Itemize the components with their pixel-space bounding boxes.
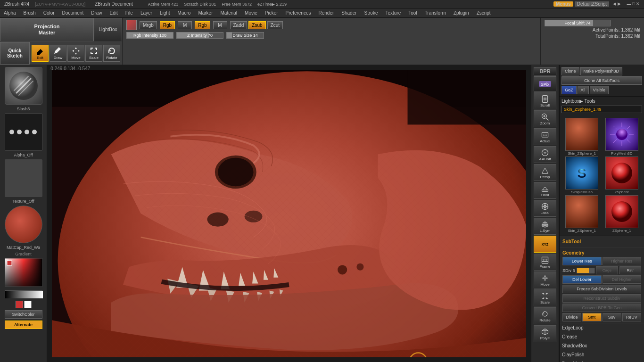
menu-material[interactable]: Material <box>219 10 239 16</box>
switch-color-button[interactable]: SwitchColor <box>5 310 42 319</box>
sdiv-slider[interactable] <box>577 268 595 273</box>
divide-button[interactable]: Divide <box>562 313 581 321</box>
default-zscript-button[interactable]: DefaultZScript <box>575 1 609 7</box>
brush-preview[interactable] <box>5 67 42 105</box>
lsym-button[interactable]: L.Sym <box>534 218 556 235</box>
aahalf-button[interactable]: AAHalf <box>534 146 556 163</box>
viewport-canvas[interactable] <box>52 70 526 357</box>
shadowbox-item[interactable]: ShadowBox <box>560 341 644 350</box>
menu-layer[interactable]: Layer <box>139 10 154 16</box>
draw-button[interactable]: Draw <box>50 45 66 62</box>
lightbox-section-title[interactable]: Lightbox▶ Tools <box>561 99 642 104</box>
lower-res-button[interactable]: Lower Res <box>562 257 602 265</box>
mesh-item-skin-zsphere[interactable]: Skin_ZSphere_1 <box>562 118 602 156</box>
actual-button[interactable]: 1:1 Actual <box>534 128 556 145</box>
menu-stroke[interactable]: Stroke <box>363 10 380 16</box>
menu-picker[interactable]: Picker <box>263 10 280 16</box>
reconstruct-subdiv-button[interactable]: Reconstruct Subdiv <box>562 294 641 303</box>
rgb-intensity-slider[interactable]: Rgb Intensity 100 <box>126 32 173 39</box>
visible-button[interactable]: Visible <box>590 86 609 94</box>
crease-item[interactable]: Crease <box>560 332 644 341</box>
move-button[interactable]: Move <box>67 45 84 62</box>
menu-zplugin[interactable]: Zplugin <box>452 10 471 16</box>
smt-button[interactable]: Smt <box>582 313 601 321</box>
texture-preview[interactable] <box>5 159 42 197</box>
menu-texture[interactable]: Texture <box>383 10 403 16</box>
del-lower-button[interactable]: Del Lower <box>562 275 602 284</box>
clone-all-subtools-button[interactable]: Clone All SubTools <box>561 76 642 85</box>
background-color[interactable] <box>24 301 32 308</box>
foreground-color[interactable] <box>16 301 23 308</box>
menu-draw[interactable]: Draw <box>89 10 104 16</box>
floor-button[interactable]: Floor <box>534 182 556 199</box>
local-button[interactable]: Local <box>534 200 556 217</box>
rgb-button[interactable]: Rgb <box>160 21 175 29</box>
mesh-item-zsphere1[interactable]: ZSphere_1 <box>603 195 642 233</box>
del-higher-button[interactable]: Del Higher <box>603 275 642 284</box>
m-button[interactable]: M <box>178 21 192 29</box>
convert-bpr-button[interactable]: Convert BPR To Geo <box>562 304 641 312</box>
scroll-button[interactable]: Scroll <box>534 92 556 109</box>
menu-document[interactable]: Document <box>60 10 86 16</box>
alpha-preview[interactable] <box>5 113 42 151</box>
gradient-bar[interactable] <box>5 290 42 298</box>
zsub-button[interactable]: Zsub <box>248 21 265 29</box>
projection-master-button[interactable]: Projection Master <box>0 18 94 41</box>
color-picker-box[interactable] <box>126 20 137 30</box>
zadd-button[interactable]: Zadd <box>230 21 248 29</box>
m-mode-button[interactable]: M <box>213 21 227 29</box>
polyf-button[interactable]: PolyF <box>534 325 556 342</box>
dynamesh-item[interactable]: DynaMesh <box>560 359 644 362</box>
mesh-item-skin-zsphere2[interactable]: Skin_ZSphere_1 <box>562 195 602 233</box>
edit-button[interactable]: Edit <box>32 45 49 62</box>
goz-button[interactable]: GoZ <box>561 86 577 94</box>
menu-alpha[interactable]: Alpha <box>2 10 18 16</box>
rstr-button[interactable]: Rstr <box>619 266 642 274</box>
suv-button[interactable]: Suv <box>603 313 621 321</box>
mrgb-button[interactable]: Mrgb <box>140 21 157 29</box>
higher-res-button[interactable]: Higher Res <box>603 257 642 265</box>
window-controls[interactable]: ▬ □ ✕ <box>625 1 642 7</box>
freeze-subdiv-button[interactable]: Freeze SubDivision Levels <box>562 285 641 293</box>
lightbox-button[interactable]: LightBox <box>94 18 122 41</box>
menu-brush[interactable]: Brush <box>22 10 38 16</box>
spix-button[interactable]: SPix <box>534 76 556 91</box>
draw-size-slider[interactable]: Draw Size 14 <box>226 32 264 39</box>
rgb-mode-button[interactable]: Rgb <box>195 21 210 29</box>
menu-movie[interactable]: Movie <box>243 10 259 16</box>
menu-shader[interactable]: Shader <box>339 10 358 16</box>
geometry-title[interactable]: Geometry <box>562 249 641 257</box>
zoom-button[interactable]: Zoom <box>534 110 556 127</box>
menu-tool[interactable]: Tool <box>406 10 419 16</box>
mesh-item-simplebrush[interactable]: S SimpleBrush <box>562 156 602 194</box>
rotate-view-button[interactable]: Rotate <box>534 307 556 324</box>
menu-preferences[interactable]: Preferences <box>284 10 313 16</box>
canvas-area[interactable]: -0.249,0.134,-0.547 <box>47 65 531 362</box>
cage-button[interactable]: Cage <box>596 266 618 274</box>
frame-button[interactable]: Frame <box>534 254 556 271</box>
menu-marker[interactable]: Marker <box>196 10 215 16</box>
skin-sphere-input[interactable]: Skin_ZSphere_1.49 <box>561 106 642 113</box>
subtool-title[interactable]: SubTool <box>562 238 641 246</box>
color-gradient[interactable] <box>5 258 42 288</box>
menus-button[interactable]: Menus <box>553 1 573 7</box>
clone-button[interactable]: Clone <box>561 67 579 75</box>
rotate-button[interactable]: Rotate <box>103 45 120 62</box>
scale-view-button[interactable]: Scale <box>534 289 556 306</box>
focal-shift-slider[interactable]: Focal Shift 74 <box>545 20 611 26</box>
menu-render[interactable]: Render <box>317 10 336 16</box>
all-button[interactable]: All <box>578 86 589 94</box>
menu-macro[interactable]: Macro <box>176 10 193 16</box>
mesh-item-polymesh3d[interactable]: PolyMesh3D <box>603 118 642 156</box>
scale-button[interactable]: Scale <box>85 45 102 62</box>
persp-button[interactable]: Persp <box>534 164 556 181</box>
move-view-button[interactable]: Move <box>534 272 556 288</box>
edgeloop-item[interactable]: EdgeLoop <box>560 323 644 332</box>
reuv-button[interactable]: ReUV <box>622 313 641 321</box>
menu-color[interactable]: Color <box>41 10 57 16</box>
z-intensity-slider[interactable]: Z Intensity 70 <box>176 32 223 39</box>
bpr-button[interactable]: BPR <box>534 67 556 75</box>
zcut-button[interactable]: Zcut <box>267 21 283 29</box>
alternate-button[interactable]: Alternate <box>5 321 42 329</box>
mesh-item-zsphere[interactable]: ZSphere <box>603 156 642 194</box>
